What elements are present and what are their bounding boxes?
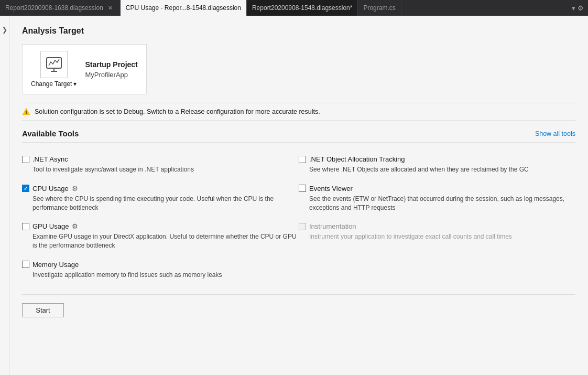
warning-text: Solution configuration is set to Debug. … — [35, 108, 320, 115]
tab-overflow-area[interactable]: ▾ ⚙ — [568, 0, 588, 16]
tool-item-dotnet-object: .NET Object Allocation Tracking See wher… — [299, 151, 575, 180]
tool-item-instrumentation: Instrumentation Instrument your applicat… — [299, 218, 575, 248]
tab-program-cs[interactable]: Program.cs — [358, 0, 401, 16]
tool-item-cpu-usage: CPU Usage ⚙ See where the CPU is spendin… — [22, 180, 299, 219]
tool-item-memory-usage: Memory Usage Investigate application mem… — [22, 256, 299, 286]
gear-icon-gpu[interactable]: ⚙ — [72, 222, 78, 230]
checkbox-gpu-usage[interactable] — [22, 223, 29, 230]
tool-header-events-viewer: Events Viewer — [299, 185, 573, 192]
tool-name-dotnet-async: .NET Async — [32, 155, 68, 163]
gear-icon-cpu[interactable]: ⚙ — [72, 185, 78, 192]
checkbox-instrumentation[interactable] — [299, 223, 306, 230]
tool-desc-events-viewer: See the events (ETW or NetTrace) that oc… — [309, 195, 573, 212]
tool-name-dotnet-object: .NET Object Allocation Tracking — [309, 155, 405, 163]
tool-item-gpu-usage: GPU Usage ⚙ Examine GPU usage in your Di… — [22, 218, 299, 256]
tab-label: Report20200908-1638.diagsession — [5, 4, 103, 12]
svg-text:!: ! — [26, 110, 27, 115]
main-content: Analysis Target Change Target ▾ Startup … — [9, 16, 588, 375]
sidebar-toggle-icon: ❯ — [2, 26, 7, 34]
project-name: MyProfilerApp — [85, 71, 137, 79]
warning-icon: ! — [22, 108, 30, 116]
tool-name-gpu-usage: GPU Usage — [32, 222, 69, 230]
change-dropdown-icon: ▾ — [73, 80, 77, 88]
analysis-target-title: Analysis Target — [22, 26, 575, 36]
checkbox-dotnet-object[interactable] — [299, 156, 306, 163]
change-label: Change — [31, 80, 53, 88]
sidebar-toggle[interactable]: ❯ — [0, 16, 9, 375]
tab-close-1638[interactable]: ✕ — [106, 4, 115, 12]
warning-banner: ! Solution configuration is set to Debug… — [22, 103, 575, 121]
tools-col-left: .NET Async Tool to investigate async/awa… — [22, 151, 299, 286]
tab-label-program: Program.cs — [363, 4, 395, 12]
tab-label-active: CPU Usage - Repor...8-1548.diagsession — [126, 4, 241, 12]
change-target-button[interactable]: Change Target ▾ — [31, 80, 77, 88]
title-bar: Report20200908-1638.diagsession ✕ CPU Us… — [0, 0, 588, 16]
tool-item-events-viewer: Events Viewer See the events (ETW or Net… — [299, 180, 575, 219]
target-icon-area: Change Target ▾ — [31, 51, 77, 88]
target-icon-box — [40, 51, 68, 78]
settings-icon[interactable]: ⚙ — [578, 4, 584, 12]
tool-header-memory-usage: Memory Usage — [22, 261, 297, 269]
tab-report-1548[interactable]: Report20200908-1548.diagsession* — [247, 0, 358, 16]
change-suffix: Target — [55, 80, 72, 88]
tool-header-dotnet-object: .NET Object Allocation Tracking — [299, 155, 573, 163]
tools-header: Available Tools Show all tools — [22, 129, 575, 143]
tool-desc-dotnet-async: Tool to investigate async/await usage in… — [32, 165, 297, 174]
tool-name-events-viewer: Events Viewer — [309, 185, 353, 192]
tool-header-dotnet-async: .NET Async — [22, 155, 297, 163]
target-card: Change Target ▾ Startup Project MyProfil… — [22, 44, 147, 94]
tool-desc-gpu-usage: Examine GPU usage in your DirectX applic… — [32, 232, 297, 250]
tool-desc-memory-usage: Investigate application memory to find i… — [32, 271, 297, 280]
checkbox-events-viewer[interactable] — [299, 185, 306, 192]
tools-grid: .NET Async Tool to investigate async/awa… — [22, 151, 575, 286]
available-tools-title: Available Tools — [22, 129, 79, 138]
tool-header-gpu-usage: GPU Usage ⚙ — [22, 222, 297, 230]
tool-header-cpu-usage: CPU Usage ⚙ — [22, 185, 297, 192]
tool-header-instrumentation: Instrumentation — [299, 222, 573, 230]
section-divider — [22, 294, 575, 295]
tab-label-modified: Report20200908-1548.diagsession* — [252, 4, 352, 12]
tool-item-dotnet-async: .NET Async Tool to investigate async/awa… — [22, 151, 299, 180]
checkbox-cpu-usage[interactable] — [22, 185, 29, 192]
checkbox-dotnet-async[interactable] — [22, 156, 29, 163]
dropdown-icon: ▾ — [572, 4, 575, 12]
tab-report-1638[interactable]: Report20200908-1638.diagsession ✕ — [0, 0, 121, 16]
tool-desc-cpu-usage: See where the CPU is spending time execu… — [32, 195, 297, 212]
tool-name-memory-usage: Memory Usage — [32, 261, 79, 269]
tool-desc-instrumentation: Instrument your application to investiga… — [309, 232, 573, 241]
tool-name-instrumentation: Instrumentation — [309, 222, 356, 230]
show-all-tools-button[interactable]: Show all tools — [535, 130, 575, 137]
start-button[interactable]: Start — [22, 303, 64, 317]
target-info: Startup Project MyProfilerApp — [85, 60, 137, 79]
tools-col-right: .NET Object Allocation Tracking See wher… — [299, 151, 575, 286]
profiler-icon — [45, 55, 63, 74]
tool-desc-dotnet-object: See where .NET Objects are allocated and… — [309, 165, 573, 174]
startup-project-label: Startup Project — [85, 60, 137, 69]
checkbox-memory-usage[interactable] — [22, 261, 29, 268]
tab-cpu-usage[interactable]: CPU Usage - Repor...8-1548.diagsession — [121, 0, 247, 16]
tool-name-cpu-usage: CPU Usage — [32, 185, 69, 192]
